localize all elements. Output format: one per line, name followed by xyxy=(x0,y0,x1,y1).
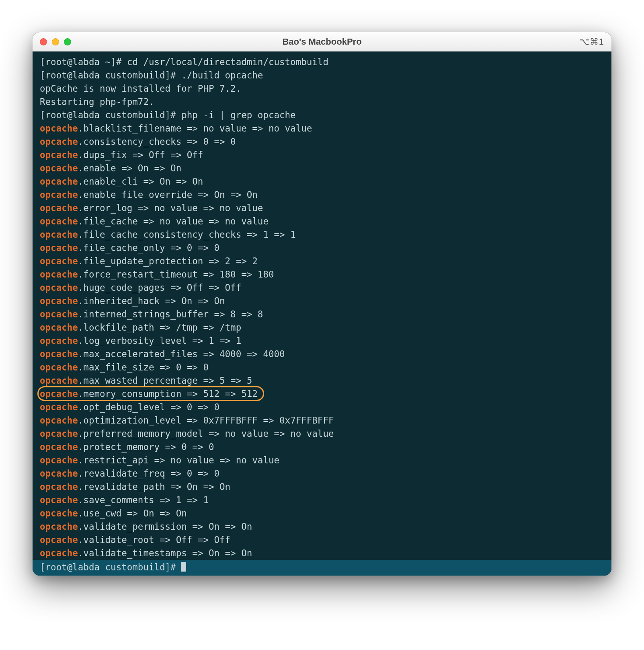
opcache-key: opcache xyxy=(40,335,78,346)
opcache-value: .preferred_memory_model => no value => n… xyxy=(78,428,334,439)
opcache-setting-line: opcache.max_accelerated_files => 4000 =>… xyxy=(40,348,604,361)
opcache-key: opcache xyxy=(40,256,78,266)
terminal-line: [root@labda custombuild]# php -i | grep … xyxy=(40,109,604,122)
terminal-window: Bao's MacbookPro ⌥⌘1 [root@labda ~]# cd … xyxy=(33,32,611,576)
opcache-setting-line: opcache.huge_code_pages => Off => Off xyxy=(40,281,604,294)
opcache-value: .restrict_api => no value => no value xyxy=(78,455,279,465)
opcache-value: .opt_debug_level => 0 => 0 xyxy=(78,402,219,412)
opcache-value: .revalidate_path => On => On xyxy=(78,481,230,492)
opcache-value: .optimization_level => 0x7FFFBFFF => 0x7… xyxy=(78,415,334,426)
cursor-icon xyxy=(181,562,186,572)
opcache-key: opcache xyxy=(40,203,78,213)
opcache-setting-line: opcache.max_wasted_percentage => 5 => 5 xyxy=(40,374,604,387)
traffic-lights xyxy=(40,38,71,45)
opcache-value: .consistency_checks => 0 => 0 xyxy=(78,136,236,147)
opcache-key: opcache xyxy=(40,389,78,399)
opcache-key: opcache xyxy=(40,375,78,386)
opcache-value: .enable => On => On xyxy=(78,163,181,173)
opcache-setting-line: opcache.opt_debug_level => 0 => 0 xyxy=(40,401,604,414)
opcache-key: opcache xyxy=(40,362,78,372)
opcache-value: .protect_memory => 0 => 0 xyxy=(78,442,214,452)
window-title: Bao's MacbookPro xyxy=(33,37,611,47)
opcache-key: opcache xyxy=(40,269,78,280)
opcache-key: opcache xyxy=(40,282,78,293)
terminal-body[interactable]: [root@labda ~]# cd /usr/local/directadmi… xyxy=(33,51,611,576)
opcache-setting-line: opcache.interned_strings_buffer => 8 => … xyxy=(40,308,604,321)
opcache-setting-line: opcache.memory_consumption => 512 => 512 xyxy=(40,387,604,401)
terminal-line: Restarting php-fpm72. xyxy=(40,95,604,109)
opcache-setting-line: opcache.lockfile_path => /tmp => /tmp xyxy=(40,321,604,334)
opcache-key: opcache xyxy=(40,442,78,452)
opcache-key: opcache xyxy=(40,150,78,160)
opcache-setting-line: opcache.use_cwd => On => On xyxy=(40,507,604,520)
opcache-setting-line: opcache.validate_timestamps => On => On xyxy=(40,547,604,560)
opcache-value: .revalidate_freq => 0 => 0 xyxy=(78,468,219,479)
opcache-key: opcache xyxy=(40,402,78,412)
opcache-key: opcache xyxy=(40,163,78,173)
opcache-key: opcache xyxy=(40,481,78,492)
opcache-key: opcache xyxy=(40,123,78,134)
terminal-line: [root@labda custombuild]# ./build opcach… xyxy=(40,69,604,82)
opcache-key: opcache xyxy=(40,349,78,359)
opcache-key: opcache xyxy=(40,521,78,532)
opcache-key: opcache xyxy=(40,535,78,545)
active-prompt[interactable]: [root@labda custombuild]# xyxy=(33,560,611,576)
minimize-icon[interactable] xyxy=(52,38,59,45)
opcache-value: .file_update_protection => 2 => 2 xyxy=(78,256,258,266)
opcache-setting-line: opcache.enable_cli => On => On xyxy=(40,175,604,188)
opcache-key: opcache xyxy=(40,468,78,479)
opcache-setting-line: opcache.file_cache_consistency_checks =>… xyxy=(40,228,604,241)
opcache-setting-line: opcache.force_restart_timeout => 180 => … xyxy=(40,268,604,281)
opcache-value: .file_cache_only => 0 => 0 xyxy=(78,243,219,253)
opcache-value: .blacklist_filename => no value => no va… xyxy=(78,123,312,134)
opcache-value: .validate_timestamps => On => On xyxy=(78,548,252,558)
prompt-text: [root@labda custombuild]# xyxy=(40,562,181,572)
opcache-key: opcache xyxy=(40,415,78,426)
titlebar: Bao's MacbookPro ⌥⌘1 xyxy=(33,32,611,51)
opcache-setting-line: opcache.save_comments => 1 => 1 xyxy=(40,494,604,507)
opcache-value: .save_comments => 1 => 1 xyxy=(78,495,209,505)
opcache-setting-line: opcache.file_update_protection => 2 => 2 xyxy=(40,255,604,268)
opcache-key: opcache xyxy=(40,322,78,333)
opcache-setting-line: opcache.file_cache => no value => no val… xyxy=(40,215,604,228)
opcache-value: .file_cache => no value => no value xyxy=(78,216,269,226)
close-icon[interactable] xyxy=(40,38,47,45)
opcache-setting-line: opcache.preferred_memory_model => no val… xyxy=(40,427,604,440)
opcache-key: opcache xyxy=(40,309,78,319)
opcache-value: .dups_fix => Off => Off xyxy=(78,150,203,160)
opcache-setting-line: opcache.inherited_hack => On => On xyxy=(40,294,604,308)
opcache-setting-line: opcache.consistency_checks => 0 => 0 xyxy=(40,135,604,148)
opcache-setting-line: opcache.validate_permission => On => On xyxy=(40,520,604,533)
opcache-setting-line: opcache.protect_memory => 0 => 0 xyxy=(40,440,604,454)
opcache-value: .max_wasted_percentage => 5 => 5 xyxy=(78,375,252,386)
opcache-setting-line: opcache.enable => On => On xyxy=(40,162,604,175)
opcache-value: .memory_consumption => 512 => 512 xyxy=(78,389,258,399)
terminal-line: opCache is now installed for PHP 7.2. xyxy=(40,82,604,95)
opcache-setting-line: opcache.validate_root => Off => Off xyxy=(40,533,604,547)
opcache-value: .file_cache_consistency_checks => 1 => 1 xyxy=(78,229,296,240)
opcache-value: .lockfile_path => /tmp => /tmp xyxy=(78,322,241,333)
opcache-key: opcache xyxy=(40,508,78,518)
opcache-setting-line: opcache.revalidate_path => On => On xyxy=(40,480,604,494)
opcache-value: .force_restart_timeout => 180 => 180 xyxy=(78,269,274,280)
opcache-setting-line: opcache.log_verbosity_level => 1 => 1 xyxy=(40,334,604,348)
opcache-value: .log_verbosity_level => 1 => 1 xyxy=(78,335,241,346)
opcache-key: opcache xyxy=(40,495,78,505)
opcache-value: .max_file_size => 0 => 0 xyxy=(78,362,209,372)
opcache-value: .inherited_hack => On => On xyxy=(78,296,225,306)
opcache-setting-line: opcache.restrict_api => no value => no v… xyxy=(40,454,604,467)
opcache-value: .error_log => no value => no value xyxy=(78,203,263,213)
opcache-value: .validate_root => Off => Off xyxy=(78,535,230,545)
opcache-key: opcache xyxy=(40,189,78,200)
opcache-value: .use_cwd => On => On xyxy=(78,508,187,518)
opcache-setting-line: opcache.file_cache_only => 0 => 0 xyxy=(40,241,604,255)
opcache-key: opcache xyxy=(40,296,78,306)
shortcut-label: ⌥⌘1 xyxy=(579,37,604,47)
opcache-setting-line: opcache.dups_fix => Off => Off xyxy=(40,148,604,162)
opcache-value: .huge_code_pages => Off => Off xyxy=(78,282,241,293)
opcache-key: opcache xyxy=(40,243,78,253)
opcache-setting-line: opcache.blacklist_filename => no value =… xyxy=(40,122,604,135)
opcache-key: opcache xyxy=(40,548,78,558)
zoom-icon[interactable] xyxy=(64,38,71,45)
opcache-value: .enable_file_override => On => On xyxy=(78,189,258,200)
